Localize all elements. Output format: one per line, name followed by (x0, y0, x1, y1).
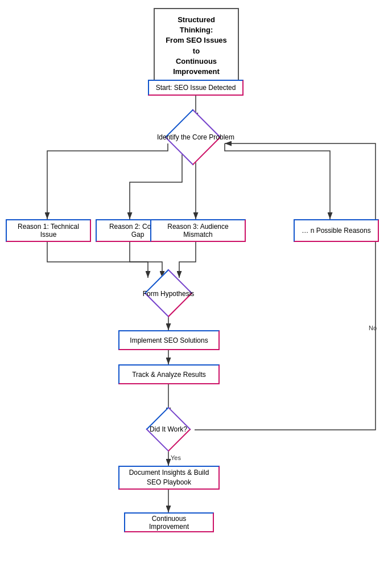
start-node: Start: SEO Issue Detected (148, 80, 244, 96)
implement-node: Implement SEO Solutions (118, 330, 220, 350)
hypothesis-diamond: Form Hypothesis (124, 272, 213, 315)
continuous-node: Continuous Improvement (124, 512, 214, 532)
identify-label: Identify the Core Problem (157, 133, 234, 141)
no-label: No (369, 325, 377, 331)
implement-label: Implement SEO Solutions (130, 336, 208, 344)
reason1-node: Reason 1: Technical Issue (6, 219, 91, 242)
track-label: Track & Analyze Results (132, 371, 206, 379)
continuous-label: Continuous Improvement (131, 515, 207, 531)
yes-label: Yes (171, 454, 181, 461)
document-node: Document Insights & Build SEO Playbook (118, 466, 220, 490)
reason-n-label: … n Possible Reasons (302, 227, 370, 235)
identify-diamond: Identify the Core Problem (137, 112, 255, 163)
reason3-node: Reason 3: Audience Mismatch (150, 219, 246, 242)
reason-n-node: … n Possible Reasons (294, 219, 379, 242)
reason3-label: Reason 3: Audience Mismatch (157, 223, 239, 239)
title-box: Structured Thinking: From SEO Issues to … (154, 8, 239, 84)
reason1-label: Reason 1: Technical Issue (13, 223, 84, 239)
did-it-work-diamond: Did It Work? (130, 409, 207, 450)
flowchart: No Yes Structured Thinking: From SEO Iss… (0, 0, 392, 583)
track-node: Track & Analyze Results (118, 364, 220, 384)
hypothesis-label: Form Hypothesis (143, 290, 195, 298)
document-label: Document Insights & Build SEO Playbook (129, 468, 209, 487)
title-label: Structured Thinking: From SEO Issues to … (163, 15, 230, 77)
did-it-work-label: Did It Work? (150, 425, 187, 433)
start-label: Start: SEO Issue Detected (156, 84, 236, 92)
